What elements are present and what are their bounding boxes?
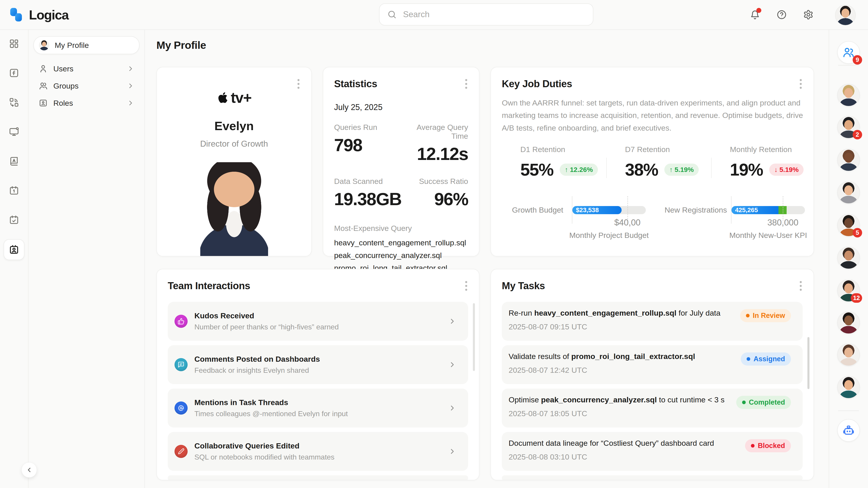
search-input[interactable] xyxy=(403,9,585,20)
divider xyxy=(838,65,859,66)
budget-target: 380,000 xyxy=(767,218,798,228)
profile-card: tv+ Evelyn Director of Growth xyxy=(156,67,312,256)
sidebar-item-roles[interactable]: Roles xyxy=(33,94,140,111)
task-row[interactable]: Validate results of promo_roi_long_tail_… xyxy=(502,345,803,384)
sidebar-item-label: Groups xyxy=(53,82,79,90)
teammate-avatar[interactable] xyxy=(837,247,860,269)
calendar-check-icon[interactable] xyxy=(9,215,19,225)
monitor-icon[interactable] xyxy=(9,127,19,137)
statistics-date: July 25, 2025 xyxy=(334,103,468,112)
profile-card-menu-button[interactable] xyxy=(297,78,301,90)
chevron-right-icon xyxy=(448,317,456,325)
users-icon xyxy=(38,81,48,91)
team-card-menu-button[interactable] xyxy=(464,280,468,292)
assistant-bot-button[interactable] xyxy=(837,419,860,442)
statistics-title: Statistics xyxy=(334,78,468,90)
stat-queries-run: Queries Run 798 xyxy=(334,123,401,164)
user-avatar[interactable] xyxy=(835,5,856,26)
teammate-avatar[interactable] xyxy=(837,181,860,204)
status-badge: In Review xyxy=(740,309,791,322)
notifications-button[interactable] xyxy=(749,9,761,20)
task-row[interactable]: Document data lineage for “Costliest Que… xyxy=(502,432,803,471)
search-bar[interactable] xyxy=(379,3,593,26)
list-item-collab-queries[interactable]: Collaborative Queries Edited SQL or note… xyxy=(168,432,468,471)
teammate-avatar[interactable] xyxy=(837,311,860,334)
comment-note-icon xyxy=(175,358,188,371)
growth-budget-bar: $23,538 $40,00 Monthly Project Budget xyxy=(572,206,646,214)
main-content: My Profile tv+ Evelyn Director of Growth… xyxy=(145,29,829,488)
team-icon xyxy=(842,46,855,59)
calendar-icon[interactable] xyxy=(9,185,19,196)
delta-badge: ↑12.26% xyxy=(560,164,598,176)
metric-d7-retention: D7 Retention 38% ↑5.19% xyxy=(625,145,699,180)
help-button[interactable] xyxy=(776,9,787,20)
delta-badge: ↑5.19% xyxy=(664,164,699,176)
teammate-avatar[interactable]: 2 xyxy=(837,116,860,138)
my-tasks-card: My Tasks Re-run heavy_content_engagement… xyxy=(491,269,814,480)
budget-caption: Monthly Project Budget xyxy=(569,231,649,240)
sidebar-item-groups[interactable]: Groups xyxy=(33,77,140,94)
budget-target: $40,00 xyxy=(614,218,640,228)
list-item-comments[interactable]: Comments Posted on Dashboards Feedback o… xyxy=(168,345,468,384)
thumbs-up-icon xyxy=(175,315,188,328)
teammate-avatar[interactable] xyxy=(837,149,860,171)
task-row[interactable]: Re-run heavy_content_engagement_rollup.s… xyxy=(502,302,803,341)
sidebar-collapse-button[interactable] xyxy=(22,462,37,478)
count-badge: 9 xyxy=(852,55,862,65)
teammate-avatar[interactable] xyxy=(837,376,860,398)
growth-budget-kpi: Growth Budget $23,538 $40,00 Monthly Pro… xyxy=(512,205,646,215)
chevron-right-icon xyxy=(127,65,134,72)
stat-success-ratio: Success Ratio 96% xyxy=(401,177,468,209)
brand-name: Logica xyxy=(29,7,68,22)
org-logo-text: tv+ xyxy=(231,89,251,106)
status-badge: Completed xyxy=(736,396,791,409)
task-row-partial xyxy=(502,475,803,480)
task-title: Document data lineage for “Costliest Que… xyxy=(508,439,745,448)
task-timestamp: 2025-08-07 18:05 UTC xyxy=(508,409,736,418)
task-timestamp: 2025-08-07 12:42 UTC xyxy=(508,366,741,375)
sidebar-item-users[interactable]: Users xyxy=(33,60,140,77)
sidebar-item-label: Roles xyxy=(53,99,73,107)
contacts-icon-selected[interactable] xyxy=(4,239,24,260)
chevron-right-icon xyxy=(448,404,456,412)
statistics-card-menu-button[interactable] xyxy=(464,78,468,90)
teammate-avatar[interactable] xyxy=(837,344,860,366)
divider xyxy=(606,158,607,178)
expensive-query: peak_concurrency_analyzer.sql xyxy=(334,249,468,262)
stat-average-query-time: Average Query Time 12.12s xyxy=(401,123,468,164)
divider xyxy=(711,158,712,178)
metric-monthly-retention: Monthly Retention 19% ↓5.19% xyxy=(730,145,804,180)
tasks-card-menu-button[interactable] xyxy=(799,280,803,292)
budget-caption: Monthly New-User KPI xyxy=(729,231,807,240)
task-title: Validate results of promo_roi_long_tail_… xyxy=(508,352,741,361)
team-overview-button[interactable]: 9 xyxy=(837,41,860,64)
tasks-card-title: My Tasks xyxy=(502,280,803,291)
teammate-avatar[interactable] xyxy=(837,84,860,106)
docs-book-icon[interactable] xyxy=(9,156,19,166)
function-icon[interactable] xyxy=(9,68,19,78)
dashboard-icon[interactable] xyxy=(9,38,19,49)
list-item-mentions[interactable]: Mentions in Task Threads Times colleague… xyxy=(168,389,468,427)
pencil-icon xyxy=(175,445,188,458)
sidebar-item-my-profile[interactable]: My Profile xyxy=(33,36,140,54)
notification-dot xyxy=(756,8,761,13)
top-bar: Logica xyxy=(0,0,868,30)
duties-card-menu-button[interactable] xyxy=(799,78,803,90)
scrollbar-thumb[interactable] xyxy=(807,337,809,389)
task-row[interactable]: Optimise peak_concurrency_analyzer.sql t… xyxy=(502,389,803,427)
help-circle-icon xyxy=(776,9,787,20)
id-card-icon xyxy=(38,98,48,108)
teammate-avatar[interactable]: 5 xyxy=(837,214,860,236)
scrollbar-thumb[interactable] xyxy=(473,303,475,371)
settings-button[interactable] xyxy=(803,9,814,20)
most-expensive-query-label: Most-Expensive Query xyxy=(334,224,468,233)
workflow-icon[interactable] xyxy=(9,97,19,107)
list-item-kudos[interactable]: Kudos Received Number of peer thanks or … xyxy=(168,302,468,341)
count-badge: 12 xyxy=(851,293,862,303)
sidebar-nav: My Profile Users Groups Roles xyxy=(29,29,145,488)
teammate-avatar[interactable]: 12 xyxy=(837,279,860,302)
chevron-right-icon xyxy=(127,82,134,90)
topbar-actions xyxy=(749,0,814,29)
statistics-card: Statistics July 25, 2025 Queries Run 798… xyxy=(323,67,479,256)
sidebar-item-label: My Profile xyxy=(55,41,89,50)
